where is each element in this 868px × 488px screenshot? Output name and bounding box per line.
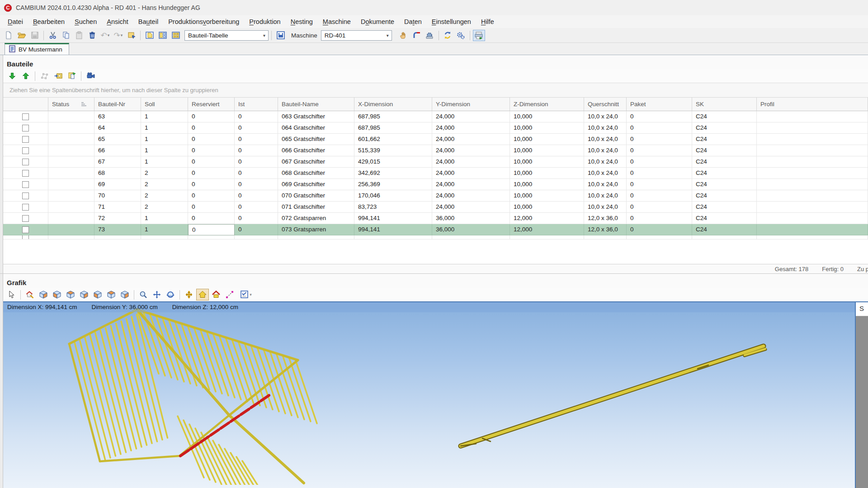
table-row[interactable]: 65100065 Gratschifter601,66224,00010,000…	[3, 134, 868, 145]
menu-hilfe[interactable]: Hilfe	[476, 15, 499, 28]
table-row[interactable]: 70200070 Gratschifter170,04624,00010,000…	[3, 190, 868, 202]
copy-icon[interactable]	[60, 30, 72, 41]
menu-bauteil[interactable]: Bauteil	[133, 15, 163, 28]
view-bottom-icon[interactable]	[118, 289, 131, 300]
cell	[432, 235, 510, 239]
view-left-icon[interactable]	[91, 289, 104, 300]
menu-ansicht[interactable]: Ansicht	[102, 15, 133, 28]
collapsed-side-panel[interactable]: S	[855, 302, 868, 488]
menu-bearbeiten[interactable]: Bearbeiten	[28, 15, 70, 28]
column-header-x-dimension[interactable]: X-Dimension	[354, 98, 432, 111]
table-row[interactable]: 69200069 Gratschifter256,36924,00010,000…	[3, 179, 868, 190]
refresh-icon[interactable]	[442, 30, 454, 41]
row-checkbox[interactable]	[22, 147, 29, 154]
component-view-select[interactable]: Bauteil-Tabelle▾	[184, 30, 269, 41]
row-checkbox[interactable]	[22, 181, 29, 188]
column-header-sk[interactable]: SK	[692, 98, 757, 111]
column-header-status[interactable]: Status	[48, 98, 94, 111]
home-view-icon[interactable]	[24, 289, 36, 300]
menu-datei[interactable]: Datei	[3, 15, 28, 28]
dimension-lines-icon[interactable]	[223, 289, 236, 300]
row-checkbox[interactable]	[22, 136, 29, 143]
row-checkbox[interactable]	[22, 113, 29, 120]
menu-produktion[interactable]: Produktion	[244, 15, 285, 28]
table-row[interactable]: 66100066 Gratschifter515,33924,00010,000…	[3, 145, 868, 156]
delete-icon[interactable]	[86, 30, 98, 41]
row-checkbox[interactable]	[22, 159, 29, 165]
column-header-z-dimension[interactable]: Z-Dimension	[510, 98, 584, 111]
row-checkbox[interactable]	[22, 204, 29, 211]
move-down-icon[interactable]	[6, 70, 18, 82]
camera-icon[interactable]	[85, 70, 97, 82]
zoom-icon[interactable]	[137, 289, 150, 300]
orbit-icon[interactable]	[164, 289, 177, 300]
table-row[interactable]: 73100073 Gratsparren994,14136,00012,0001…	[3, 224, 868, 235]
display-options-icon[interactable]: ▾	[237, 289, 255, 300]
view-front-icon[interactable]	[51, 289, 63, 300]
saw-machine-icon[interactable]	[424, 30, 436, 41]
new-document-icon[interactable]	[2, 30, 14, 41]
menu-dokumente[interactable]: Dokumente	[356, 15, 399, 28]
save-icon[interactable]	[28, 30, 41, 41]
table-row[interactable]: 72100072 Gratsparren994,14136,00012,0001…	[3, 213, 868, 224]
measure-ruler-icon[interactable]	[183, 289, 195, 300]
machine-select[interactable]: RD-401▾	[321, 30, 392, 41]
row-checkbox[interactable]	[22, 192, 29, 199]
print-transfer-icon[interactable]	[473, 30, 485, 41]
open-folder-icon[interactable]	[15, 30, 28, 41]
menu-maschine[interactable]: Maschine	[318, 15, 356, 28]
pointer-icon[interactable]	[5, 289, 18, 300]
settings-gears-icon[interactable]	[455, 30, 467, 41]
view-document-icon[interactable]	[143, 30, 156, 41]
cell: 0	[188, 213, 235, 224]
machine-save-icon[interactable]	[274, 30, 287, 41]
column-header-y-dimension[interactable]: Y-Dimension	[432, 98, 510, 111]
menu-daten[interactable]: Daten	[399, 15, 427, 28]
redo-icon[interactable]: ↷▾	[112, 30, 124, 41]
column-header-ist[interactable]: Ist	[235, 98, 278, 111]
table-row[interactable]: 63100063 Gratschifter687,98524,00010,000…	[3, 111, 868, 122]
tab-bv-mustermann[interactable]: BV Mustermann	[5, 43, 69, 55]
undo-icon[interactable]: ↶▾	[99, 30, 111, 41]
copy-part-icon[interactable]	[66, 70, 78, 82]
polygon-select-icon[interactable]	[38, 70, 51, 82]
shaded-roof-view-icon[interactable]	[210, 289, 222, 300]
viewport-3d[interactable]: Dimension X: 994,141 cm Dimension Y: 36,…	[3, 301, 868, 488]
cut-icon[interactable]	[47, 30, 59, 41]
paste-icon[interactable]	[73, 30, 85, 41]
menu-produktionsvorbereitung[interactable]: Produktionsvorbereitung	[163, 15, 244, 28]
column-header-reserviert[interactable]: Reserviert	[188, 98, 235, 111]
view-panels-icon[interactable]	[156, 30, 169, 41]
row-checkbox[interactable]	[22, 215, 29, 222]
column-header-bauteil-nr[interactable]: Bauteil-Nr	[94, 98, 141, 111]
menu-nesting[interactable]: Nesting	[286, 15, 318, 28]
feed-icon[interactable]	[410, 30, 423, 41]
view-back-icon[interactable]	[105, 289, 118, 300]
row-checkbox[interactable]	[22, 170, 29, 177]
cell	[48, 122, 94, 134]
view-right-icon[interactable]	[78, 289, 90, 300]
shaded-view-icon[interactable]	[196, 289, 209, 300]
project-transfer-icon[interactable]	[125, 30, 137, 41]
menu-suchen[interactable]: Suchen	[70, 15, 102, 28]
view-table-icon[interactable]	[170, 30, 182, 41]
row-checkbox[interactable]	[22, 125, 29, 131]
view-top-icon[interactable]	[64, 289, 77, 300]
view-iso-icon[interactable]	[37, 289, 50, 300]
table-row[interactable]: 68200068 Gratschifter342,69224,00010,000…	[3, 168, 868, 179]
table-row[interactable]: 67100067 Gratschifter429,01524,00010,000…	[3, 156, 868, 168]
menu-einstellungen[interactable]: Einstellungen	[427, 15, 476, 28]
column-header-bauteil-name[interactable]: Bauteil-Name	[278, 98, 354, 111]
column-header-profil[interactable]: Profil	[757, 98, 868, 111]
row-checkbox[interactable]	[22, 226, 29, 233]
hand-pan-icon[interactable]	[397, 30, 410, 41]
table-row[interactable]: 64100064 Gratschifter687,98524,00010,000…	[3, 122, 868, 134]
table-row[interactable]: 71200071 Gratschifter83,72324,00010,0001…	[3, 202, 868, 213]
column-header-querschnitt[interactable]: Querschnitt	[584, 98, 627, 111]
column-header-select[interactable]	[3, 98, 48, 111]
column-header-soll[interactable]: Soll	[141, 98, 188, 111]
pan-icon[interactable]	[151, 289, 163, 300]
import-parts-icon[interactable]	[52, 70, 64, 82]
move-up-icon[interactable]	[19, 70, 32, 82]
column-header-paket[interactable]: Paket	[627, 98, 692, 111]
